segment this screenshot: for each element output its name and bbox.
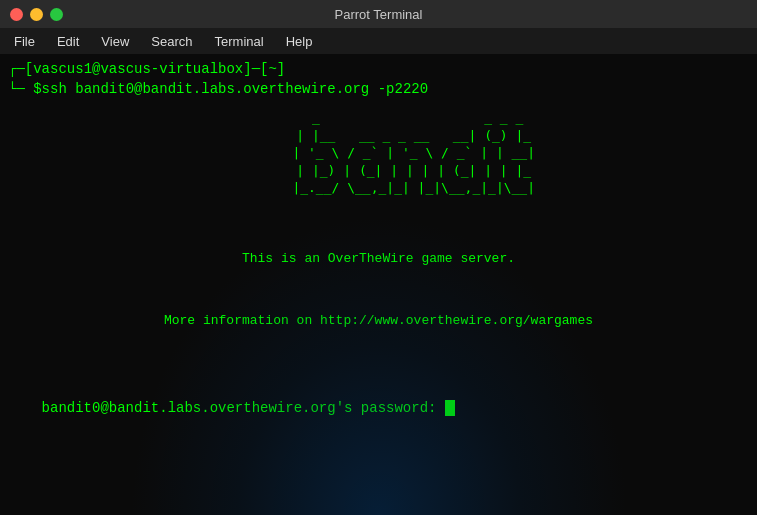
menu-terminal[interactable]: Terminal <box>205 32 274 51</box>
menu-bar: File Edit View Search Terminal Help <box>0 28 757 54</box>
info-line2: More information on http://www.overthewi… <box>8 311 749 332</box>
cursor <box>445 400 455 416</box>
menu-help[interactable]: Help <box>276 32 323 51</box>
prompt-host: vascus-virtualbox <box>100 61 243 77</box>
title-bar: Parrot Terminal <box>0 0 757 28</box>
menu-edit[interactable]: Edit <box>47 32 89 51</box>
minimize-button[interactable] <box>30 8 43 21</box>
ascii-art: _ _ _ _ | |__ __ _ _ __ __| (_) |_ | '_ … <box>8 109 749 197</box>
prompt-line: ┌─[vascus1@vascus-virtualbox]─[~] <box>8 60 749 80</box>
ssh-command-line: └─ $ssh bandit0@bandit.labs.overthewire.… <box>8 80 749 100</box>
menu-file[interactable]: File <box>4 32 45 51</box>
prompt-bracket-dir: ]─[~] <box>243 61 285 77</box>
ssh-command-text: $ssh bandit0@bandit.labs.overthewire.org… <box>33 81 428 97</box>
maximize-button[interactable] <box>50 8 63 21</box>
password-prompt-text: bandit0@bandit.labs.overthewire.org's pa… <box>42 400 445 416</box>
terminal-area[interactable]: ┌─[vascus1@vascus-virtualbox]─[~] └─ $ss… <box>0 54 757 515</box>
close-button[interactable] <box>10 8 23 21</box>
window-title: Parrot Terminal <box>335 7 423 22</box>
menu-view[interactable]: View <box>91 32 139 51</box>
info-line1: This is an OverTheWire game server. <box>8 249 749 270</box>
window-controls <box>10 8 63 21</box>
prompt-user: vascus1 <box>33 61 92 77</box>
prompt-bracket-open: ┌─[ <box>8 61 33 77</box>
menu-search[interactable]: Search <box>141 32 202 51</box>
password-prompt-line: bandit0@bandit.labs.overthewire.org's pa… <box>8 379 749 438</box>
info-block: This is an OverTheWire game server. More… <box>8 207 749 373</box>
